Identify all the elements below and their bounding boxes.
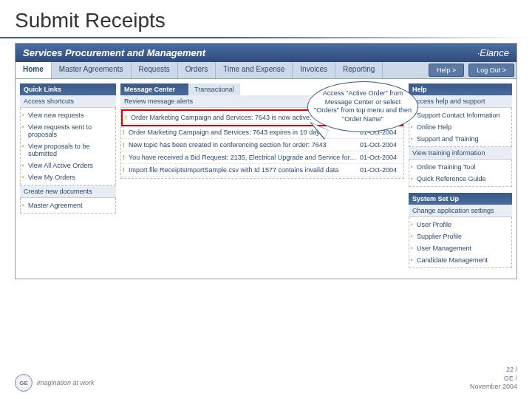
slide-footer: GE imagination at work 22 / GE / Novembe… [15, 366, 517, 392]
setup-panel: System Set Up Change application setting… [409, 193, 512, 268]
message-date: 01-Oct-2004 [360, 166, 400, 174]
quick-link-item[interactable]: View new requests [21, 109, 115, 121]
setup-item[interactable]: User Profile [409, 219, 511, 231]
message-text: Import file ReceiptsImportSample.csv wit… [129, 166, 360, 174]
message-text: You have received a Bid Request: 2135, E… [129, 154, 360, 161]
message-text: New topic has been created in conferenci… [129, 141, 360, 149]
help-item[interactable]: Support and Training [409, 133, 511, 145]
training-item[interactable]: Quick Reference Guide [409, 173, 511, 185]
quick-links-sub: Access shortcuts [20, 95, 116, 108]
create-doc-item[interactable]: Master Agreement [21, 200, 115, 211]
help-item[interactable]: Online Help [409, 121, 511, 133]
setup-header: System Set Up [409, 193, 512, 205]
message-row[interactable]: You have received a Bid Request: 2135, E… [121, 151, 403, 164]
nav-tab-invoices[interactable]: Invoices [293, 62, 335, 78]
nav-tab-home[interactable]: Home [16, 62, 52, 78]
nav-tab-time-expense[interactable]: Time and Expense [216, 62, 293, 78]
content-area: Quick Links Access shortcuts View new re… [16, 79, 516, 279]
nav-tab-reporting[interactable]: Reporting [335, 62, 383, 78]
help-sub: Access help and support [409, 95, 512, 108]
right-column: Help Access help and support Support Con… [409, 83, 512, 274]
message-center-tab[interactable]: Transactional [188, 83, 240, 95]
nav-tab-orders[interactable]: Orders [178, 62, 216, 78]
setup-sub: Change application settings [409, 205, 512, 217]
quick-link-item[interactable]: View requests sent to proposals [21, 121, 115, 140]
callout-bubble: Access "Active Order" from Message Cente… [307, 81, 418, 132]
nav-tab-master-agreements[interactable]: Master Agreements [52, 62, 132, 78]
training-item[interactable]: Online Training Tool [409, 161, 511, 173]
quick-links-header: Quick Links [20, 83, 116, 95]
help-item[interactable]: Support Contact Information [409, 109, 511, 121]
training-sub: View training information [409, 147, 512, 160]
quick-link-item[interactable]: View My Orders [21, 171, 115, 183]
slide-title: Submit Receipts [0, 0, 532, 37]
nav-right: Help > Log Out > [426, 62, 516, 78]
app-title: Services Procurement and Management [23, 47, 205, 58]
brand-label: ·Elance [477, 47, 509, 58]
setup-item[interactable]: User Management [409, 242, 511, 254]
setup-item[interactable]: Candidate Management [409, 254, 511, 266]
title-underline [0, 37, 532, 38]
message-date: 01-Oct-2004 [360, 154, 400, 161]
app-header: Services Procurement and Management ·Ela… [16, 44, 516, 62]
footer-left: GE imagination at work [15, 374, 95, 392]
setup-item[interactable]: Supplier Profile [409, 231, 511, 242]
quick-links-panel: Quick Links Access shortcuts View new re… [20, 83, 116, 214]
ge-logo-icon: GE [15, 374, 33, 392]
quick-link-item[interactable]: View All Active Orders [21, 160, 115, 171]
help-header: Help [409, 83, 512, 95]
nav-tab-requests[interactable]: Requests [132, 62, 178, 78]
nav-bar: Home Master Agreements Requests Orders T… [16, 62, 516, 79]
message-row[interactable]: Import file ReceiptsImportSample.csv wit… [121, 164, 403, 177]
message-row[interactable]: New topic has been created in conferenci… [121, 139, 403, 151]
footer-right: 22 / GE / November 2004 [470, 366, 517, 392]
message-center-header: Message Center [120, 83, 188, 95]
help-panel: Help Access help and support Support Con… [409, 83, 512, 187]
logout-button[interactable]: Log Out > [468, 64, 514, 77]
company-label: GE / [470, 375, 517, 383]
footer-date: November 2004 [470, 383, 517, 392]
left-column: Quick Links Access shortcuts View new re… [20, 83, 116, 274]
create-doc-sub: Create new documents [20, 185, 116, 198]
quick-link-item[interactable]: View proposals to be submitted [21, 140, 115, 160]
page-number: 22 / [470, 366, 517, 375]
help-button[interactable]: Help > [429, 64, 464, 77]
message-date: 01-Oct-2004 [360, 141, 400, 149]
footer-tagline: imagination at work [37, 379, 95, 386]
app-frame: Services Procurement and Management ·Ela… [15, 43, 517, 279]
